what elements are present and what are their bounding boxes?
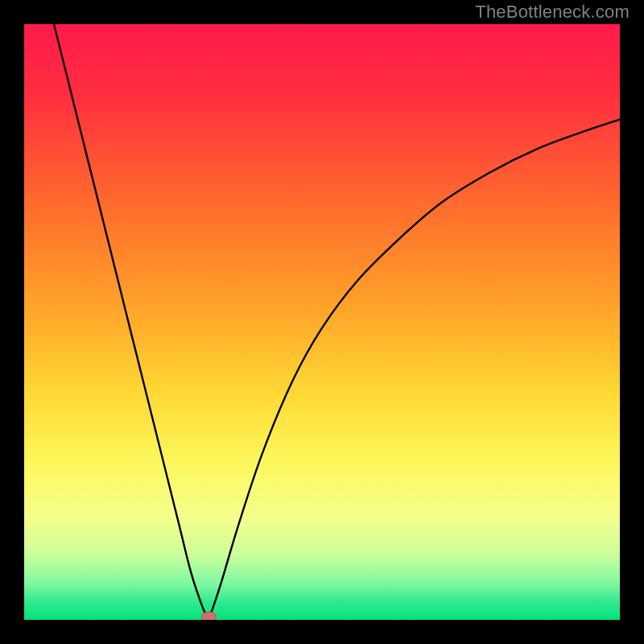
gradient-background — [24, 24, 620, 620]
watermark-text: TheBottleneck.com — [475, 2, 630, 23]
chart-frame: TheBottleneck.com — [0, 0, 644, 644]
minimum-marker — [201, 612, 216, 620]
plot-area — [24, 24, 620, 620]
chart-svg — [24, 24, 620, 620]
